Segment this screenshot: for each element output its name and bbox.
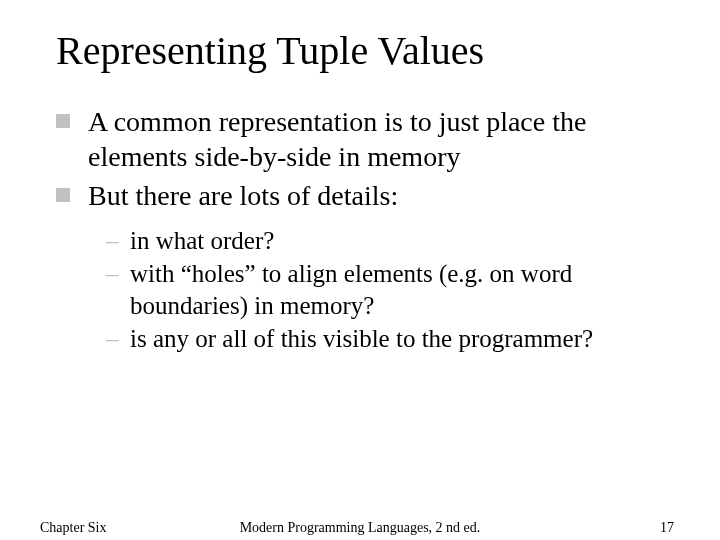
sub-bullet-item: with “holes” to align elements (e.g. on … xyxy=(106,258,670,321)
slide: Representing Tuple Values A common repre… xyxy=(0,0,720,540)
sub-bullet-list: in what order? with “holes” to align ele… xyxy=(56,225,670,354)
sub-bullet-item: is any or all of this visible to the pro… xyxy=(106,323,670,354)
bullet-list: A common representation is to just place… xyxy=(56,104,670,213)
bullet-item: But there are lots of details: xyxy=(56,178,670,213)
footer-book-title: Modern Programming Languages, 2 nd ed. xyxy=(0,520,720,536)
slide-title: Representing Tuple Values xyxy=(56,28,670,74)
footer-page-number: 17 xyxy=(660,520,674,536)
bullet-item: A common representation is to just place… xyxy=(56,104,670,174)
sub-bullet-item: in what order? xyxy=(106,225,670,256)
